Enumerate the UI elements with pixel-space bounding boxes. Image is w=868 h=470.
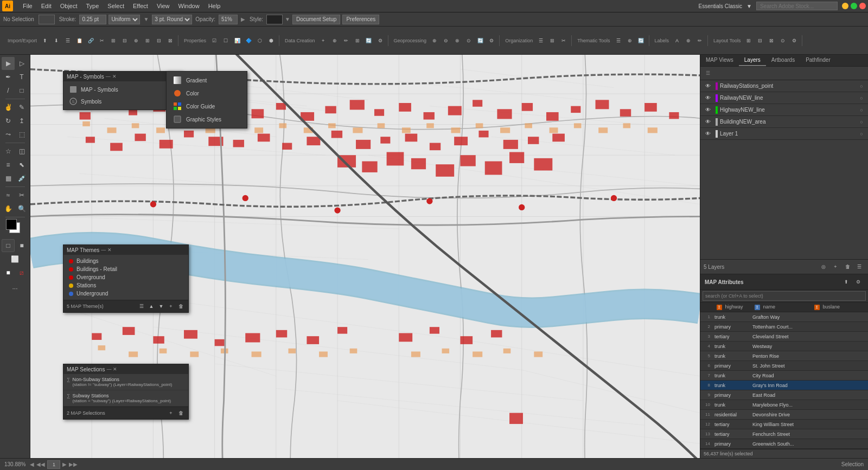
symbol-sprayer-tool[interactable]: ☆ [2,145,15,158]
attr-settings-btn[interactable]: ⚙ [853,276,864,287]
attr-row-12[interactable]: 12 tertiary King William Street [700,420,868,429]
org-btn-2[interactable]: ⊞ [547,35,558,46]
selections-minimize[interactable]: — [106,366,111,372]
selection-subway[interactable]: ∑ Subway Stations (station = "subway") (… [63,390,188,407]
brush-size-select[interactable]: 3 pt. Round [152,15,192,24]
layers-menu-btn[interactable]: ☰ [703,68,713,79]
geo-btn-4[interactable]: ⊙ [463,35,474,46]
geo-btn-2[interactable]: ⊖ [441,35,451,46]
stroke-input[interactable] [79,15,106,24]
opacity-input[interactable] [219,15,238,24]
layer-expand-5[interactable]: ○ [857,130,866,138]
stock-search[interactable] [756,2,838,10]
toolbar-btn-2[interactable]: 📋 [74,35,85,46]
swatch-color-guide[interactable]: Color Guide [169,100,245,113]
label-btn-1[interactable]: A [672,35,682,46]
layer-highway-new[interactable]: 👁 HighwayNEW_line ○ [700,104,868,116]
layer-railway-stations[interactable]: 👁 RailwayStations_point ○ [700,80,868,92]
menu-view[interactable]: View [152,2,174,10]
label-btn-3[interactable]: ✏ [694,35,705,46]
symbols-panel-header[interactable]: MAP - Symbols — ✕ [63,72,182,81]
layout-btn-1[interactable]: ⊞ [743,35,754,46]
themes-close[interactable]: ✕ [107,247,112,253]
scissors-tool[interactable]: ✂ [15,189,28,202]
geo-btn-5[interactable]: 🔄 [475,35,486,46]
attr-row-3[interactable]: 3 tertiary Cleveland Street [700,332,868,342]
attr-row-11[interactable]: 11 residential Devonshire Drive [700,410,868,420]
rect-tool[interactable]: □ [15,84,28,97]
themes-up-btn[interactable]: ▲ [147,302,156,311]
menu-type[interactable]: Type [82,2,104,10]
layer-layer1[interactable]: 👁 Layer 1 ○ [700,128,868,140]
selections-close[interactable]: ✕ [113,366,117,372]
layout-btn-3[interactable]: ⊠ [766,35,777,46]
import-btn[interactable]: ⬆ [40,35,50,46]
maximize-button[interactable] [851,3,857,9]
org-btn-1[interactable]: ☰ [535,35,546,46]
attr-row-10[interactable]: 10 trunk Marylebone Flyо... [700,400,868,410]
menu-help[interactable]: Help [204,2,225,10]
attr-row-9[interactable]: 9 primary East Road [700,390,868,400]
pencil-tool[interactable]: ✎ [15,101,28,114]
prop-btn-1[interactable]: ☑ [209,35,220,46]
foreground-color-swatch[interactable] [6,219,17,230]
rotate-tool[interactable]: ↻ [2,114,15,127]
tab-pathfinder[interactable]: Pathfinder [800,55,836,66]
label-btn-2[interactable]: ⊕ [683,35,694,46]
swatch-color[interactable]: Color [169,87,245,100]
layer-vis-3[interactable]: 👁 [703,107,713,113]
attr-row-6[interactable]: 6 primary St. John Street [700,361,868,371]
attr-export-btn[interactable]: ⬆ [841,276,852,287]
selections-header[interactable]: MAP Selections — ✕ [63,364,188,374]
attr-row-1[interactable]: 1 trunk Grafton Way [700,312,868,322]
menu-edit[interactable]: Edit [37,2,56,10]
swatch-graphic-styles[interactable]: Graphic Styles [169,113,245,126]
toolbar-btn-9[interactable]: ⊟ [154,35,164,46]
more-tools-btn[interactable]: ··· [9,282,22,295]
document-setup-btn[interactable]: Document Setup [292,15,341,24]
eyedropper-tool[interactable]: 💉 [15,172,28,185]
export-btn[interactable]: ⬇ [51,35,62,46]
theme-btn-3[interactable]: 🔄 [636,35,647,46]
layers-add-btn[interactable]: + [830,261,841,272]
toolbar-btn-7[interactable]: ⊕ [131,35,142,46]
toolbar-btn-10[interactable]: ⊠ [165,35,176,46]
stroke-type-select[interactable]: Uniform [108,15,140,24]
normal-view-btn[interactable]: □ [2,239,15,252]
style-box[interactable] [266,15,283,24]
symbols-close[interactable]: ✕ [112,74,117,79]
column-graph-tool[interactable]: ≡ [2,158,15,171]
layer-vis-1[interactable]: 👁 [703,83,713,89]
tab-artboards[interactable]: Artboards [766,55,800,66]
toolbar-btn-4[interactable]: ✂ [97,35,107,46]
type-tool[interactable]: T [15,70,28,83]
layer-railway-new[interactable]: 👁 RailwayNEW_line ○ [700,92,868,104]
menu-object[interactable]: Object [56,2,82,10]
mask-view-btn[interactable]: ■ [15,239,28,252]
data-btn-6[interactable]: ⚙ [375,35,386,46]
prop-btn-6[interactable]: ⬢ [266,35,277,46]
layout-btn-2[interactable]: ⊟ [755,35,765,46]
hand-tool[interactable]: ✋ [2,202,15,215]
page-input[interactable] [47,460,60,469]
themes-add-btn[interactable]: + [167,302,175,311]
col-buslane[interactable]: Σ buslane [812,304,850,311]
gradient-tool[interactable]: ▦ [2,172,15,185]
symbols-symbols[interactable]: S Symbols [66,95,180,107]
themes-header[interactable]: MAP Themes — ✕ [63,245,188,255]
attr-row-5[interactable]: 5 trunk Penton Rise [700,351,868,361]
map-canvas[interactable]: MAP - Symbols — ✕ MAP - Symbols S [30,55,700,458]
geo-btn-1[interactable]: ⊕ [429,35,440,46]
data-btn-2[interactable]: ⊕ [329,35,340,46]
col-highway[interactable]: Σ highway [714,304,752,311]
data-btn-4[interactable]: ⊞ [352,35,363,46]
attr-row-4[interactable]: 4 trunk Westway [700,342,868,351]
org-btn-3[interactable]: ✂ [558,35,569,46]
menu-select[interactable]: Select [103,2,129,10]
themes-delete-btn[interactable]: 🗑 [176,302,185,311]
layer-expand-1[interactable]: ○ [857,82,866,91]
layer-expand-3[interactable]: ○ [857,106,866,114]
sel-delete-btn[interactable]: 🗑 [176,409,185,417]
next-page-btn[interactable]: ▶ [62,461,67,467]
layer-vis-2[interactable]: 👁 [703,95,713,101]
